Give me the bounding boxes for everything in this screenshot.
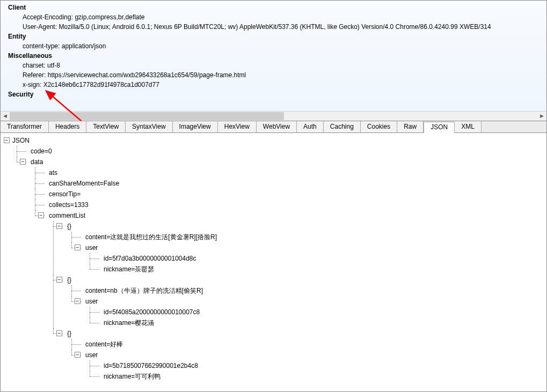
tree-node-user[interactable]: − user id=5f4085a2000000000010007c8 nick…: [77, 296, 546, 328]
tree-node-comment-2[interactable]: − {} content=好棒 − user: [59, 328, 546, 382]
tab-auth[interactable]: Auth: [297, 121, 324, 132]
entity-content-type: content-type: application/json: [23, 41, 541, 51]
tree-node-root[interactable]: − JSON code=0 − data ats canShareMoment=…: [4, 135, 546, 382]
inspector-tabs: TransformerHeadersTextViewSyntaxViewImag…: [0, 121, 547, 133]
tab-transformer[interactable]: Transformer: [1, 121, 49, 132]
collapse-icon[interactable]: −: [20, 159, 26, 165]
tab-xml[interactable]: XML: [455, 121, 482, 132]
collapse-icon[interactable]: −: [56, 277, 62, 283]
tab-json[interactable]: JSON: [424, 122, 455, 133]
tree-node-collects[interactable]: collects=1333: [40, 199, 546, 210]
section-miscellaneous-title: Miscellaneous: [8, 51, 541, 61]
miscellaneous-charset: charset: utf-8: [23, 61, 541, 70]
tree-node-user[interactable]: − user id=5f7d0a3b0000000001004d8c nickn…: [77, 242, 546, 275]
tree-node-censorTip[interactable]: censorTip=: [40, 189, 546, 199]
section-security-title: Security: [8, 90, 541, 99]
tree-node-user-nickname[interactable]: nickname=樱花涵: [95, 317, 546, 328]
collapse-icon[interactable]: −: [38, 212, 44, 218]
tree-node-data[interactable]: − data ats canShareMoment=False censorTi…: [22, 157, 546, 382]
json-tree-panel: − JSON code=0 − data ats canShareMoment=…: [0, 133, 547, 392]
client-user-agent: User-Agent: Mozilla/5.0 (Linux; Android …: [23, 22, 541, 32]
collapse-icon[interactable]: −: [75, 352, 81, 358]
tree-node-content[interactable]: content=这就是我想过的生活[黄金薯R][捂脸R]: [77, 232, 546, 242]
tab-webview[interactable]: WebView: [257, 121, 297, 132]
tree-node-comment-1[interactable]: − {} content=nb（牛逼）牌子的洗洁精[偷笑R] − user: [59, 275, 546, 328]
collapse-icon[interactable]: −: [75, 298, 81, 304]
headers-panel: Client Accept-Encoding: gzip,compress,br…: [0, 0, 547, 121]
tree-node-user[interactable]: − user id=5b7185007662990001e2b4c8 nickn…: [77, 350, 546, 382]
section-client-title: Client: [8, 3, 541, 12]
tree-node-comment-0[interactable]: − {} content=这就是我想过的生活[黄金薯R][捂脸R] − user: [59, 221, 546, 275]
scroll-left-button[interactable]: ◀: [1, 112, 10, 120]
tab-imageview[interactable]: ImageView: [173, 121, 218, 132]
miscellaneous-referer: Referer: https://servicewechat.com/wxb29…: [23, 70, 541, 80]
tree-node-commentList[interactable]: − commentList − {} content=这就是我想过的生活[黄金薯…: [40, 210, 546, 382]
tab-syntaxview[interactable]: SyntaxView: [126, 121, 172, 132]
tree-node-canShareMoment[interactable]: canShareMoment=False: [40, 178, 546, 189]
tree-node-content[interactable]: content=好棒: [77, 339, 546, 350]
tree-node-user-id[interactable]: id=5f4085a2000000000010007c8: [95, 307, 546, 317]
tree-node-code[interactable]: code=0: [22, 146, 546, 157]
client-accept-encoding: Accept-Encoding: gzip,compress,br,deflat…: [23, 12, 541, 22]
headers-content: Client Accept-Encoding: gzip,compress,br…: [1, 1, 546, 108]
tree-node-user-id[interactable]: id=5b7185007662990001e2b4c8: [95, 360, 546, 371]
json-tree[interactable]: − JSON code=0 − data ats canShareMoment=…: [1, 133, 546, 382]
tab-caching[interactable]: Caching: [324, 121, 361, 132]
miscellaneous-xsign: x-sign: X2c148eb6c17782d91f4978ca1d007d7…: [23, 80, 541, 90]
tab-headers[interactable]: Headers: [49, 121, 86, 132]
tree-node-ats[interactable]: ats: [40, 167, 546, 178]
collapse-icon[interactable]: −: [56, 223, 62, 229]
tree-node-user-nickname[interactable]: nickname=茶罂瑟: [95, 264, 546, 275]
tree-node-content[interactable]: content=nb（牛逼）牌子的洗洁精[偷笑R]: [77, 285, 546, 296]
tree-node-user-id[interactable]: id=5f7d0a3b0000000001004d8c: [95, 253, 546, 264]
tree-node-user-nickname[interactable]: nickname=可可利鸭: [95, 371, 546, 382]
tab-textview[interactable]: TextView: [86, 121, 126, 132]
scroll-track[interactable]: [10, 112, 537, 120]
tab-raw[interactable]: Raw: [397, 121, 424, 132]
collapse-icon[interactable]: −: [4, 137, 10, 143]
tab-hexview[interactable]: HexView: [218, 121, 257, 132]
horizontal-scrollbar[interactable]: ◀ ▶: [1, 111, 546, 120]
section-entity-title: Entity: [8, 32, 541, 41]
tab-cookies[interactable]: Cookies: [361, 121, 397, 132]
collapse-icon[interactable]: −: [56, 330, 62, 336]
collapse-icon[interactable]: −: [75, 245, 81, 250]
scroll-right-button[interactable]: ▶: [537, 112, 546, 120]
